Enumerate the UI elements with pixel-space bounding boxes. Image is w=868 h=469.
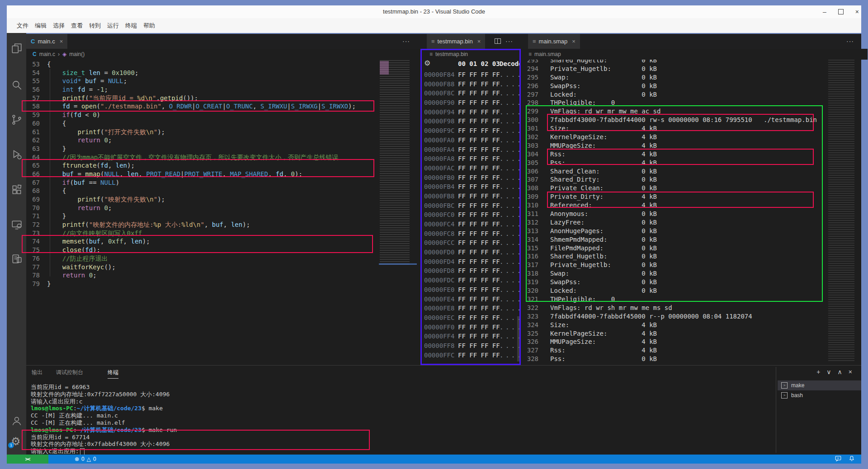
split-editor-icon[interactable] bbox=[495, 38, 501, 44]
hex-row: 00000FD0FF FF FF FF.... bbox=[424, 248, 520, 257]
minimap-main-c[interactable] bbox=[380, 60, 410, 266]
tab-close-icon[interactable]: × bbox=[477, 34, 481, 49]
menu-item-5[interactable]: 转到 bbox=[89, 22, 101, 30]
code-line: 71 } bbox=[28, 212, 375, 220]
panel-tab-terminal[interactable]: 终端 bbox=[108, 369, 118, 379]
hex-row: 00000FE0FF FF FF FF.... bbox=[424, 285, 520, 295]
explorer-icon[interactable] bbox=[11, 42, 23, 54]
code-line: 78 return 0; bbox=[28, 271, 375, 280]
close-panel-icon[interactable]: × bbox=[849, 368, 852, 375]
hex-scrollbar-thumb[interactable] bbox=[517, 316, 520, 361]
smap-line: 298THPeligible: 0 bbox=[526, 98, 826, 107]
code-line: 79} bbox=[28, 280, 375, 288]
minimap-main-smap[interactable] bbox=[828, 51, 854, 362]
menu-item-6[interactable]: 运行 bbox=[107, 22, 119, 30]
menu-item-1[interactable]: 文件 bbox=[17, 22, 28, 30]
terminal-list-item-make[interactable]: >make bbox=[778, 380, 861, 390]
vscode-window: testmmap.bin - 23 - Visual Studio Code –… bbox=[0, 0, 868, 469]
tab-testmmap-bin[interactable]: ≡ testmmap.bin × bbox=[427, 34, 485, 49]
breadcrumb-main-c[interactable]: C main.c › ◈ main() bbox=[26, 49, 427, 60]
menu-bar: 文件编辑选择查看转到运行终端帮助 bbox=[7, 18, 861, 33]
code-line: 66 buf = mmap(NULL, len, PROT_READ|PROT_… bbox=[28, 170, 375, 178]
smap-line: 294Private_Hugetlb: 0 kB bbox=[526, 65, 826, 73]
code-line: 76 //防止程序退出 bbox=[28, 254, 375, 263]
tab-close-icon[interactable]: × bbox=[60, 34, 63, 49]
menu-item-4[interactable]: 查看 bbox=[71, 22, 83, 30]
terminal-list: >make>bash bbox=[778, 380, 861, 453]
problems-status[interactable]: ⊗ 0 △ 0 bbox=[75, 455, 96, 464]
smap-line: 316Shared_Hugetlb: 0 kB bbox=[526, 252, 826, 261]
new-terminal-icon[interactable]: + bbox=[816, 368, 820, 375]
code-line: 73 //向文件映射区间写入0xff bbox=[28, 229, 375, 238]
editor1-more-actions[interactable]: ··· bbox=[402, 34, 410, 49]
panel-tab-output[interactable]: 输出 bbox=[32, 369, 42, 376]
menu-item-8[interactable]: 帮助 bbox=[143, 22, 155, 30]
window-controls: – × bbox=[823, 5, 859, 18]
notebook-icon[interactable] bbox=[11, 253, 23, 265]
panel-tab-debug-console[interactable]: 调试控制台 bbox=[56, 369, 83, 376]
c-language-icon: C bbox=[31, 34, 35, 49]
tab-main-c[interactable]: C main.c × bbox=[26, 34, 67, 49]
code-editor[interactable]: 53{54 size_t len = 0x1000;55 void* buf =… bbox=[28, 60, 375, 365]
close-button[interactable]: × bbox=[855, 8, 859, 15]
editor3-more-actions[interactable]: ··· bbox=[846, 34, 854, 49]
code-line: 68 { bbox=[28, 187, 375, 195]
source-control-icon[interactable] bbox=[11, 114, 23, 126]
breadcrumb-main-smap[interactable]: ≡ main.smap bbox=[522, 49, 868, 60]
bell-icon[interactable] bbox=[849, 455, 855, 463]
terminal-list-item-bash[interactable]: >bash bbox=[778, 390, 861, 400]
hex-row: 00000FC0FF FF FF FF.... bbox=[424, 210, 520, 220]
terminal-output[interactable]: 当前应用id = 66963映射文件的内存地址:0x7f7227a50000 大… bbox=[31, 384, 772, 455]
maximize-button[interactable] bbox=[838, 9, 844, 14]
chevron-up-icon[interactable]: ∧ bbox=[838, 368, 842, 375]
extensions-icon[interactable] bbox=[11, 184, 23, 196]
menu-item-3[interactable]: 选择 bbox=[53, 22, 65, 30]
hex-row: 00000F88FF FF FF FF.... bbox=[424, 80, 520, 89]
menu-item-7[interactable]: 终端 bbox=[125, 22, 137, 30]
minimap-accent bbox=[380, 61, 389, 75]
remote-indicator[interactable]: >< bbox=[7, 455, 48, 464]
hex-editor[interactable]: 00000F84FF FF FF FF....00000F88FF FF FF … bbox=[424, 70, 520, 361]
tab-main-smap[interactable]: ≡ main.smap × bbox=[528, 34, 580, 49]
editor2-more-actions[interactable]: ··· bbox=[505, 34, 513, 49]
account-icon[interactable] bbox=[11, 415, 23, 427]
terminal-line: lmos@lmos-PC:~/计算机基础/code/23$ make run bbox=[31, 427, 772, 434]
code-line: 74 memset(buf, 0xff, len); bbox=[28, 237, 375, 246]
tab-close-icon[interactable]: × bbox=[572, 34, 576, 49]
smap-line: 310Referenced: 4 kB bbox=[526, 201, 826, 210]
hex-row: 00000FBCFF FF FF FF.... bbox=[424, 201, 520, 211]
minimize-button[interactable]: – bbox=[823, 8, 826, 15]
feedback-icon[interactable] bbox=[835, 455, 841, 463]
hex-row: 00000FC4FF FF FF FF.... bbox=[424, 220, 520, 229]
title-bar: testmmap.bin - 23 - Visual Studio Code bbox=[7, 5, 861, 18]
hex-row: 00000FA8FF FF FF FF.... bbox=[424, 154, 520, 164]
smap-line: 295Swap: 0 kB bbox=[526, 73, 826, 82]
menu-item-2[interactable]: 编辑 bbox=[35, 22, 47, 30]
smap-line: 299VmFlags: rd wr mr mw me ac sd bbox=[526, 107, 826, 116]
status-right bbox=[835, 455, 855, 464]
code-line: 62 return 0; bbox=[28, 136, 375, 145]
hex-row: 00000FFCFF FF FF FF.... bbox=[424, 351, 520, 360]
remote-explorer-icon[interactable] bbox=[11, 219, 23, 231]
c-language-icon: C bbox=[33, 49, 37, 60]
search-icon[interactable] bbox=[11, 79, 23, 91]
terminal-line: CC -[M] 正在构建... main.elf bbox=[31, 419, 772, 427]
smap-line: 314ShmemPmdMapped: 0 kB bbox=[526, 235, 826, 244]
smap-editor[interactable]: 293Shared_Hugetlb: 0 kB294Private_Hugetl… bbox=[526, 56, 826, 364]
hex-row: 00000FB0FF FF FF FF.... bbox=[424, 173, 520, 183]
code-line: 65 ftruncate(fd, len); bbox=[28, 161, 375, 170]
run-debug-icon[interactable] bbox=[11, 149, 23, 160]
code-line: 67 if(buf == NULL) bbox=[28, 178, 375, 187]
hex-row: 00000F90FF FF FF FF.... bbox=[424, 98, 520, 108]
smap-line: 315FilePmdMapped: 0 kB bbox=[526, 244, 826, 253]
chevron-down-icon[interactable]: ∨ bbox=[826, 368, 831, 375]
smap-line: 305Pss: 4 kB bbox=[526, 159, 826, 167]
breadcrumb-testmmap[interactable]: ≡ testmmap.bin bbox=[420, 49, 531, 60]
smap-line: 317Private_Hugetlb: 0 kB bbox=[526, 261, 826, 269]
hex-row: 00000FB8FF FF FF FF.... bbox=[424, 192, 520, 201]
code-line: 64 //因为mmap不能扩展空文件，空文件没有物理内存页，所以先要改变文件大小… bbox=[28, 153, 375, 162]
smap-line: 297Locked: 0 kB bbox=[526, 90, 826, 99]
file-icon: ≡ bbox=[431, 34, 435, 49]
settings-gear-icon[interactable]: ⚙ 1 bbox=[11, 436, 23, 448]
hex-row: 00000FF8FF FF FF FF.... bbox=[424, 341, 520, 351]
